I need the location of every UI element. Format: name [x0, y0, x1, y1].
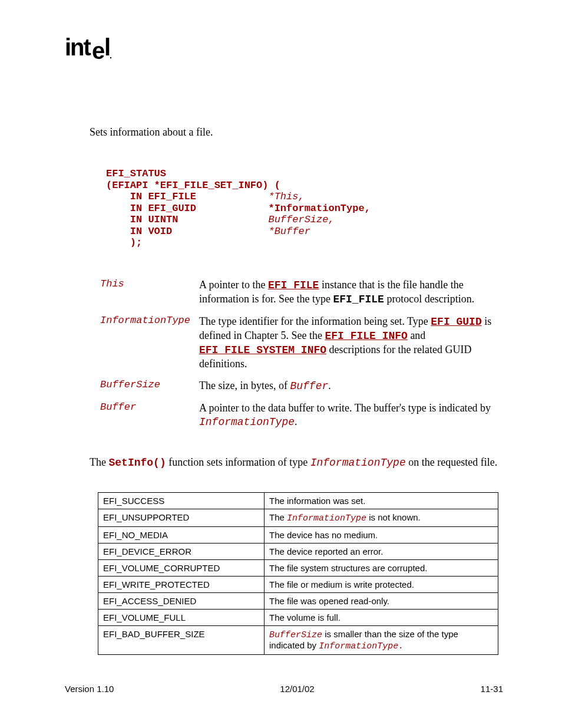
- table-row: EFI_SUCCESS The information was set.: [98, 493, 498, 509]
- status-desc: The device has no medium.: [265, 527, 498, 543]
- footer-page: 11-31: [481, 684, 503, 694]
- param-this: This A pointer to the EFI_FILE instance …: [100, 278, 503, 307]
- param-desc: The type identifier for the information …: [199, 315, 503, 371]
- status-code: EFI_WRITE_PROTECTED: [98, 577, 265, 593]
- status-desc: The information was set.: [265, 493, 498, 509]
- status-desc: The file or medium is write protected.: [265, 577, 498, 593]
- svg-text:e: e: [92, 38, 104, 61]
- footer-date: 12/01/02: [280, 684, 314, 694]
- param-name: Buffer: [100, 401, 199, 413]
- status-desc: BufferSize is smaller than the size of t…: [265, 626, 498, 655]
- svg-text:int: int: [65, 35, 91, 60]
- status-code: EFI_NO_MEDIA: [98, 527, 265, 543]
- status-desc: The InformationType is not known.: [265, 509, 498, 527]
- param-informationtype: InformationType The type identifier for …: [100, 315, 503, 371]
- status-codes-table: EFI_SUCCESS The information was set. EFI…: [98, 492, 498, 655]
- table-row: EFI_DEVICE_ERROR The device reported an …: [98, 543, 498, 560]
- param-name: InformationType: [100, 315, 199, 326]
- param-buffersize: BufferSize The size, in bytes, of Buffer…: [100, 379, 503, 393]
- param-desc: The size, in bytes, of Buffer.: [199, 379, 503, 393]
- table-row: EFI_ACCESS_DENIED The file was opened re…: [98, 593, 498, 610]
- summary-text: Sets information about a file.: [90, 126, 503, 139]
- param-name: This: [100, 278, 199, 289]
- param-desc: A pointer to the data buffer to write. T…: [199, 401, 503, 429]
- status-desc: The device reported an error.: [265, 543, 498, 560]
- footer-version: Version 1.10: [65, 684, 114, 694]
- status-code: EFI_SUCCESS: [98, 493, 265, 509]
- status-code: EFI_ACCESS_DENIED: [98, 593, 265, 610]
- prototype-code: EFI_STATUS (EFIAPI *EFI_FILE_SET_INFO) (…: [106, 168, 503, 249]
- table-row: EFI_BAD_BUFFER_SIZE BufferSize is smalle…: [98, 626, 498, 655]
- table-row: EFI_WRITE_PROTECTED The file or medium i…: [98, 577, 498, 593]
- page-footer: Version 1.10 12/01/02 11-31: [65, 684, 503, 694]
- table-row: EFI_VOLUME_FULL The volume is full.: [98, 610, 498, 626]
- table-row: EFI_NO_MEDIA The device has no medium.: [98, 527, 498, 543]
- param-desc: A pointer to the EFI_FILE instance that …: [199, 278, 503, 307]
- status-code: EFI_VOLUME_FULL: [98, 610, 265, 626]
- intel-logo: int e l: [65, 35, 503, 67]
- param-buffer: Buffer A pointer to the data buffer to w…: [100, 401, 503, 429]
- param-name: BufferSize: [100, 379, 199, 390]
- table-row: EFI_VOLUME_CORRUPTED The file system str…: [98, 560, 498, 577]
- svg-point-3: [110, 57, 111, 58]
- status-desc: The volume is full.: [265, 610, 498, 626]
- status-code: EFI_BAD_BUFFER_SIZE: [98, 626, 265, 655]
- status-code: EFI_VOLUME_CORRUPTED: [98, 560, 265, 577]
- status-code: EFI_DEVICE_ERROR: [98, 543, 265, 560]
- table-row: EFI_UNSUPPORTED The InformationType is n…: [98, 509, 498, 527]
- status-desc: The file was opened read-only.: [265, 593, 498, 610]
- status-desc: The file system structures are corrupted…: [265, 560, 498, 577]
- status-code: EFI_UNSUPPORTED: [98, 509, 265, 527]
- description-text: The SetInfo() function sets information …: [90, 456, 503, 469]
- parameters-section: This A pointer to the EFI_FILE instance …: [100, 278, 503, 429]
- svg-text:l: l: [104, 35, 110, 60]
